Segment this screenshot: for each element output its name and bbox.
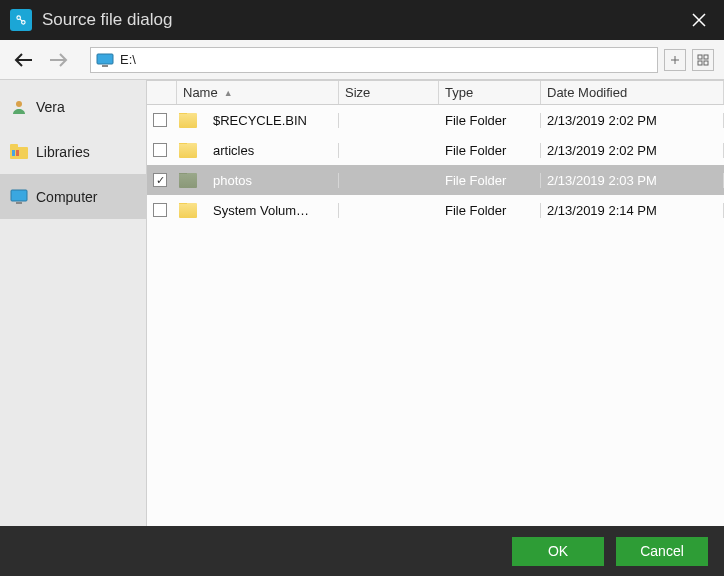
header-type[interactable]: Type: [439, 81, 541, 104]
header-check: [147, 81, 177, 104]
checkbox[interactable]: [153, 113, 167, 127]
sidebar-item-label: Libraries: [36, 144, 90, 160]
svg-rect-14: [16, 202, 22, 204]
folder-icon: [179, 203, 197, 218]
table-row[interactable]: $RECYCLE.BINFile Folder2/13/2019 2:02 PM: [147, 105, 724, 135]
svg-rect-7: [704, 61, 708, 65]
row-checkbox-cell: [147, 203, 177, 217]
path-text: E:\: [120, 52, 136, 67]
footer: OK Cancel: [0, 526, 724, 576]
file-list: Name ▲ Size Type Date Modified $RECYCLE.…: [147, 80, 724, 526]
view-grid-button[interactable]: [692, 49, 714, 71]
toolbar: E:\: [0, 40, 724, 80]
forward-button[interactable]: [44, 46, 72, 74]
svg-rect-4: [698, 55, 702, 59]
checkbox[interactable]: [153, 143, 167, 157]
svg-rect-10: [10, 144, 18, 149]
body: Vera Libraries Computer Name ▲ Size Type…: [0, 80, 724, 526]
checkbox[interactable]: ✓: [153, 173, 167, 187]
libraries-icon: [10, 143, 28, 161]
row-name: photos: [207, 173, 339, 188]
svg-rect-11: [12, 150, 15, 156]
svg-rect-13: [11, 190, 27, 201]
row-name: articles: [207, 143, 339, 158]
header-date[interactable]: Date Modified: [541, 81, 724, 104]
row-date: 2/13/2019 2:03 PM: [541, 173, 724, 188]
row-checkbox-cell: [147, 113, 177, 127]
path-input[interactable]: E:\: [90, 47, 658, 73]
drive-icon: [96, 53, 114, 67]
table-row[interactable]: articlesFile Folder2/13/2019 2:02 PM: [147, 135, 724, 165]
sidebar-item-vera[interactable]: Vera: [0, 84, 146, 129]
file-rows: $RECYCLE.BINFile Folder2/13/2019 2:02 PM…: [147, 105, 724, 526]
header-size[interactable]: Size: [339, 81, 439, 104]
ok-button[interactable]: OK: [512, 537, 604, 566]
row-type: File Folder: [439, 203, 541, 218]
folder-icon: [179, 143, 197, 158]
row-date: 2/13/2019 2:02 PM: [541, 143, 724, 158]
user-icon: [10, 98, 28, 116]
column-headers: Name ▲ Size Type Date Modified: [147, 81, 724, 105]
folder-icon: [179, 173, 197, 188]
row-type: File Folder: [439, 173, 541, 188]
sort-asc-icon: ▲: [224, 88, 233, 98]
svg-rect-3: [102, 65, 108, 67]
row-checkbox-cell: [147, 143, 177, 157]
row-name: System Volum…: [207, 203, 339, 218]
row-icon-cell: [177, 113, 207, 128]
table-row[interactable]: ✓photosFile Folder2/13/2019 2:03 PM: [147, 165, 724, 195]
row-type: File Folder: [439, 143, 541, 158]
row-icon-cell: [177, 203, 207, 218]
row-type: File Folder: [439, 113, 541, 128]
sidebar-item-computer[interactable]: Computer: [0, 174, 146, 219]
svg-rect-6: [698, 61, 702, 65]
checkbox[interactable]: [153, 203, 167, 217]
computer-icon: [10, 188, 28, 206]
row-checkbox-cell: ✓: [147, 173, 177, 187]
svg-rect-2: [97, 54, 113, 64]
row-name: $RECYCLE.BIN: [207, 113, 339, 128]
sidebar-item-label: Computer: [36, 189, 97, 205]
row-date: 2/13/2019 2:14 PM: [541, 203, 724, 218]
app-icon: [10, 9, 32, 31]
window-title: Source file dialog: [42, 10, 684, 30]
header-name[interactable]: Name ▲: [177, 81, 339, 104]
svg-point-8: [16, 101, 22, 107]
back-button[interactable]: [10, 46, 38, 74]
close-button[interactable]: [684, 5, 714, 35]
titlebar: Source file dialog: [0, 0, 724, 40]
new-folder-button[interactable]: [664, 49, 686, 71]
svg-rect-12: [16, 150, 19, 156]
svg-rect-5: [704, 55, 708, 59]
sidebar-item-libraries[interactable]: Libraries: [0, 129, 146, 174]
row-icon-cell: [177, 173, 207, 188]
folder-icon: [179, 113, 197, 128]
sidebar: Vera Libraries Computer: [0, 80, 147, 526]
row-icon-cell: [177, 143, 207, 158]
cancel-button[interactable]: Cancel: [616, 537, 708, 566]
row-date: 2/13/2019 2:02 PM: [541, 113, 724, 128]
table-row[interactable]: System Volum…File Folder2/13/2019 2:14 P…: [147, 195, 724, 225]
sidebar-item-label: Vera: [36, 99, 65, 115]
